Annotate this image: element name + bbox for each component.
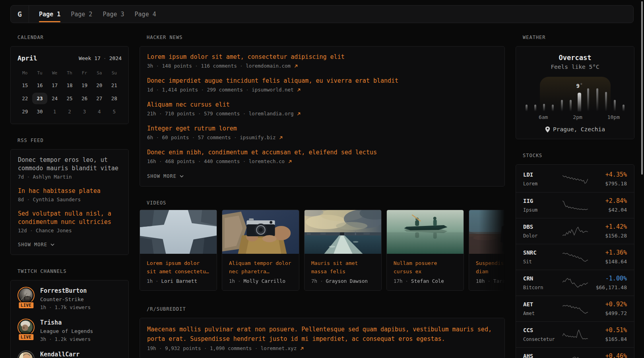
rss-item-title[interactable]: In hac habitasse platea <box>18 187 121 195</box>
hackernews-item-comments[interactable]: 116 comments <box>201 62 237 70</box>
stock-symbol[interactable]: AHS <box>523 352 561 358</box>
stock-symbol[interactable]: SNRC <box>523 249 561 257</box>
calendar-day-cell[interactable]: 24 <box>47 92 62 105</box>
weather-hour-column[interactable] <box>566 77 575 111</box>
video-author[interactable]: Molly Carrillo <box>244 278 285 285</box>
calendar-day-cell[interactable]: 21 <box>107 79 122 92</box>
stock-symbol[interactable]: CRN <box>523 274 561 283</box>
hackernews-item-meta: 21h · 710 points · 579 comments · loreml… <box>147 110 497 118</box>
hackernews-item-title[interactable]: Integer eget rutrum lorem <box>147 125 497 133</box>
video-title[interactable]: Suspendisse commodo diam <box>476 259 505 276</box>
weather-hour-column[interactable] <box>531 77 539 111</box>
hackernews-item-domain[interactable]: ipsumworld.net <box>252 86 293 94</box>
video-title[interactable]: Lorem ipsum dolor sit amet consectetu… <box>147 259 210 276</box>
separator-dot: · <box>204 344 207 352</box>
twitch-channel-category[interactable]: League of Legends <box>40 327 93 335</box>
calendar-day-cell[interactable]: 3 <box>77 105 92 118</box>
subreddit-item-domain[interactable]: loremnet.xyz <box>261 344 297 352</box>
calendar-day-cell[interactable]: 4 <box>92 105 107 118</box>
weather-hour-column[interactable] <box>584 77 593 111</box>
calendar-day-cell[interactable]: 17 <box>47 79 62 92</box>
video-author[interactable]: Stefan Cole <box>411 278 444 285</box>
weather-hour-column[interactable] <box>522 77 531 111</box>
calendar-day-cell[interactable]: 29 <box>17 105 32 118</box>
twitch-channel-name[interactable]: ForrestBurton <box>40 287 91 295</box>
hackernews-item-title[interactable]: Donec imperdiet augue tincidunt felis al… <box>147 77 497 85</box>
calendar-day-cell[interactable]: 28 <box>107 92 122 105</box>
stock-name: Bitcorn <box>523 284 561 292</box>
scrollbar-thumb[interactable] <box>641 1 643 175</box>
weather-hour-column[interactable] <box>593 77 601 111</box>
calendar-day-cell[interactable]: 15 <box>17 79 32 92</box>
calendar-day-cell[interactable]: 19 <box>77 79 92 92</box>
hackernews-item-comments[interactable]: 57 comments <box>198 134 231 142</box>
calendar-day-cell[interactable]: 30 <box>32 105 47 118</box>
twitch-channel-category[interactable]: Counter-Strike <box>40 295 91 304</box>
page-tab[interactable]: Page 1 <box>34 6 66 23</box>
weather-hour-column[interactable] <box>557 77 566 111</box>
hackernews-item: Donec enim nibh, condimentum et accumsan… <box>147 148 497 165</box>
calendar-day-cell[interactable]: 1 <box>47 105 62 118</box>
video-title[interactable]: Mauris sit amet massa felis <box>311 259 374 276</box>
calendar-day-cell[interactable]: 20 <box>92 79 107 92</box>
subreddit-item-comments[interactable]: 1,090 comments <box>210 344 252 352</box>
hackernews-item-domain[interactable]: loremtech.co <box>249 158 285 165</box>
subreddit-item-title[interactable]: Maecenas mollis pulvinar erat non posuer… <box>147 325 497 344</box>
hackernews-item-comments[interactable]: 579 comments <box>204 110 240 118</box>
hackernews-item-comments[interactable]: 299 comments <box>207 86 242 94</box>
avatar[interactable] <box>17 350 35 358</box>
twitch-channel-name[interactable]: KendallCarr <box>40 350 80 358</box>
calendar-day-cell[interactable]: 22 <box>17 92 32 105</box>
video-thumbnail[interactable] <box>469 210 505 254</box>
stock-symbol[interactable]: DBS <box>523 223 561 231</box>
video-thumbnail[interactable] <box>305 210 381 254</box>
weather-hour-column[interactable] <box>549 77 557 111</box>
calendar-day-number: 4 <box>92 106 107 117</box>
calendar-day-cell[interactable]: 25 <box>62 92 77 105</box>
calendar-day-cell[interactable]: 18 <box>62 79 77 92</box>
stock-symbol[interactable]: IIG <box>523 197 561 205</box>
weather-hour-column[interactable] <box>540 77 549 111</box>
video-thumbnail[interactable] <box>387 210 464 254</box>
weather-hour-column[interactable] <box>601 77 610 111</box>
video-title[interactable]: Nullam posuere cursus ex <box>394 259 457 276</box>
stock-symbol[interactable]: LDI <box>523 171 561 179</box>
video-thumbnail[interactable] <box>140 210 217 254</box>
weather-hour-bar <box>543 104 545 111</box>
calendar-day-cell[interactable]: 23 <box>32 92 47 105</box>
rss-item-title[interactable]: Donec tempor eros leo, ut commodo mauris… <box>18 156 121 173</box>
page-tab[interactable]: Page 2 <box>66 6 97 23</box>
calendar-day-cell[interactable]: 5 <box>107 105 122 118</box>
rss-item-title[interactable]: Sed volutpat nulla nisl, a condimentum n… <box>18 210 121 226</box>
weather-hourly-chart: 9° <box>522 77 628 111</box>
rss-show-more-button[interactable]: SHOW MORE <box>18 241 54 249</box>
video-author[interactable]: Grayson Dawson <box>326 278 368 285</box>
calendar-day-cell[interactable]: 2 <box>62 105 77 118</box>
logo[interactable]: G <box>11 6 29 23</box>
hackernews-item-title[interactable]: Donec enim nibh, condimentum et accumsan… <box>147 148 497 157</box>
weather-hour-column[interactable] <box>611 77 619 111</box>
calendar-day-cell[interactable]: 26 <box>77 92 92 105</box>
weather-hour-column[interactable] <box>575 77 584 111</box>
weather-hour-bar <box>552 105 554 111</box>
weather-location-label[interactable]: Prague, Czechia <box>553 126 605 132</box>
page-tab[interactable]: Page 4 <box>130 6 161 23</box>
stock-symbol[interactable]: AET <box>523 300 561 309</box>
stock-symbol[interactable]: CCS <box>523 326 561 335</box>
video-thumbnail[interactable] <box>222 210 299 254</box>
hackernews-item-domain[interactable]: loremlandia.org <box>249 110 294 118</box>
hackernews-show-more-button[interactable]: SHOW MORE <box>147 172 184 180</box>
calendar-day-cell[interactable]: 27 <box>92 92 107 105</box>
weather-hour-column[interactable] <box>619 77 628 111</box>
hackernews-item-title[interactable]: Aliquam nec cursus elit <box>147 101 497 109</box>
page-tab[interactable]: Page 3 <box>97 6 129 23</box>
twitch-channel-name[interactable]: Trisha <box>40 319 93 327</box>
hackernews-item-comments[interactable]: 440 comments <box>204 158 240 165</box>
calendar-day-cell[interactable]: 16 <box>32 79 47 92</box>
video-author[interactable]: Lori Barnett <box>161 278 197 285</box>
hackernews-item-domain[interactable]: ipsumify.biz <box>240 134 275 142</box>
hackernews-item-title[interactable]: Lorem ipsum dolor sit amet, consectetur … <box>147 53 497 61</box>
video-title[interactable]: Aliquam tempor dolor nec pharetra… <box>229 259 292 276</box>
video-author[interactable]: Tara Simmons <box>493 278 505 285</box>
hackernews-item-domain[interactable]: loremdomain.com <box>246 62 291 70</box>
